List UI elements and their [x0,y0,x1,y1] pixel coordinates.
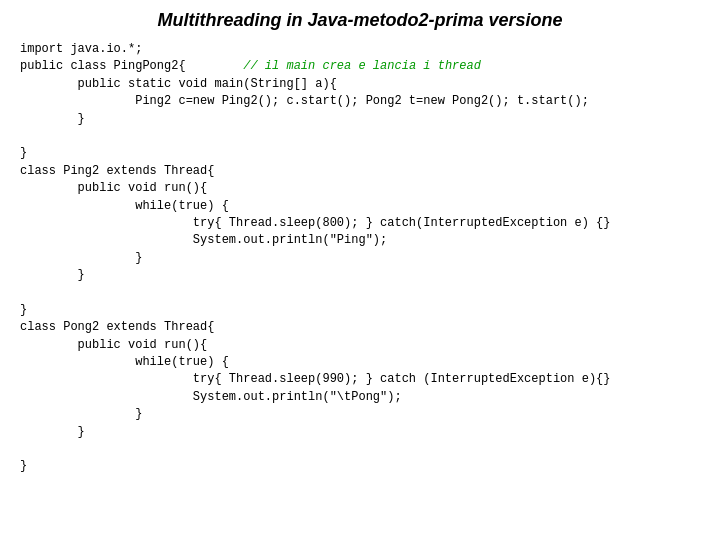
code-line-1: import java.io.*; [20,41,700,58]
code-line-21: System.out.println("\tPong"); [20,389,700,406]
code-line-14: } [20,267,700,284]
code-line-17: class Pong2 extends Thread{ [20,319,700,336]
code-line-19: while(true) { [20,354,700,371]
code-line-16: } [20,302,700,319]
main-page: Multithreading in Java-metodo2-prima ver… [0,0,720,540]
code-line-9: public void run(){ [20,180,700,197]
page-title: Multithreading in Java-metodo2-prima ver… [20,10,700,31]
code-line-13: } [20,250,700,267]
code-line-15 [20,284,700,301]
code-line-24 [20,441,700,458]
code-line-6 [20,128,700,145]
comment-1: // il main crea e lancia i thread [186,59,481,73]
code-line-25: } [20,458,700,475]
code-line-10: while(true) { [20,198,700,215]
code-line-5: } [20,111,700,128]
code-line-12: System.out.println("Ping"); [20,232,700,249]
code-line-20: try{ Thread.sleep(990); } catch (Interru… [20,371,700,388]
code-line-22: } [20,406,700,423]
code-line-23: } [20,424,700,441]
code-line-8: class Ping2 extends Thread{ [20,163,700,180]
code-line-11: try{ Thread.sleep(800); } catch(Interrup… [20,215,700,232]
code-line-3: public static void main(String[] a){ [20,76,700,93]
code-line-7: } [20,145,700,162]
code-line-2: public class PingPong2{ // il main crea … [20,58,700,75]
code-line-18: public void run(){ [20,337,700,354]
code-block: import java.io.*; public class PingPong2… [20,41,700,476]
code-line-4: Ping2 c=new Ping2(); c.start(); Pong2 t=… [20,93,700,110]
